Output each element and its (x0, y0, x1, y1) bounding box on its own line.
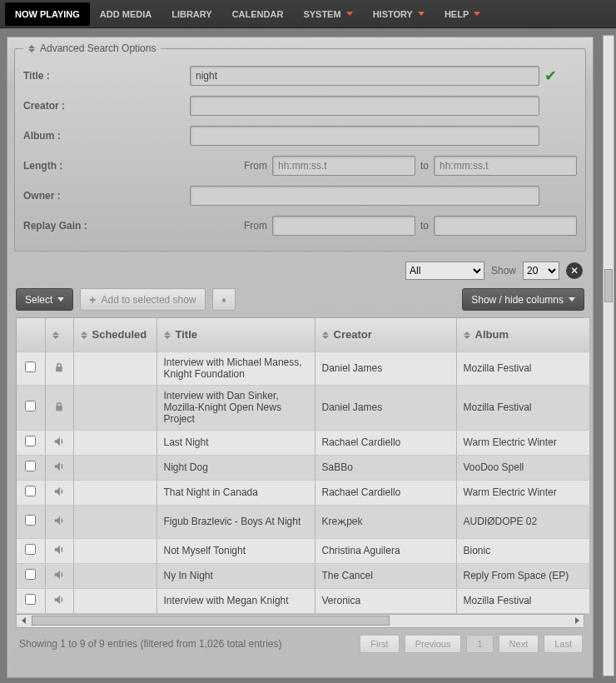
table-row[interactable]: That Night in CanadaRachael CardielloWar… (17, 480, 589, 505)
delete-button[interactable] (212, 288, 236, 311)
plus-icon: + (89, 293, 96, 307)
vertical-scrollbar[interactable] (603, 35, 614, 676)
sound-icon (52, 571, 66, 583)
creator-input[interactable] (190, 96, 539, 116)
owner-label: Owner : (23, 190, 190, 202)
owner-input[interactable] (190, 186, 539, 206)
nav-library[interactable]: LIBRARY (161, 2, 221, 26)
add-to-show-button[interactable]: +Add to selected show (80, 288, 205, 311)
check-icon: ✔ (544, 67, 557, 85)
show-count-select[interactable]: 20 (523, 262, 559, 280)
table-row[interactable]: Interview with Dan Sinker, Mozilla-Knigh… (17, 385, 589, 430)
row-checkbox[interactable] (25, 569, 36, 580)
replay-from-input[interactable] (272, 216, 415, 236)
length-to-label: to (415, 160, 434, 172)
page-first-button[interactable]: First (360, 635, 399, 653)
chevron-down-icon (57, 297, 64, 302)
table-row[interactable]: Not Myself TonightChristina AguileraBion… (17, 538, 589, 563)
cell-scheduled (73, 455, 156, 480)
cell-scheduled (73, 351, 156, 385)
cell-album: Mozilla Festival (456, 588, 589, 613)
table-footer: Showing 1 to 9 of 9 entries (filtered fr… (7, 628, 593, 656)
title-input[interactable] (190, 66, 539, 86)
row-checkbox[interactable] (25, 515, 36, 526)
nav-system[interactable]: SYSTEM (293, 2, 362, 26)
page-last-button[interactable]: Last (544, 635, 583, 653)
scroll-left-icon[interactable] (17, 615, 30, 626)
replay-gain-label: Replay Gain : (23, 220, 190, 232)
creator-label: Creator : (23, 100, 190, 112)
album-input[interactable] (190, 126, 539, 146)
cell-creator: Veronica (315, 588, 456, 613)
replay-to-input[interactable] (434, 216, 577, 236)
table-row[interactable]: Figub Brazlevic - Boys At NightKreҗpekAU… (17, 505, 589, 538)
cell-album: Mozilla Festival (456, 385, 589, 430)
page-prev-button[interactable]: Previous (405, 635, 462, 653)
chevron-down-icon (418, 12, 425, 16)
sound-icon (52, 488, 66, 500)
page-next-button[interactable]: Next (499, 635, 539, 653)
length-from-input[interactable] (272, 156, 415, 176)
scroll-right-icon[interactable] (570, 615, 584, 626)
cell-creator: The Cancel (315, 563, 456, 588)
row-checkbox[interactable] (25, 436, 36, 446)
col-creator[interactable]: Creator (315, 318, 456, 351)
scroll-thumb[interactable] (32, 616, 390, 626)
nav-add-media[interactable]: ADD MEDIA (90, 2, 161, 26)
advanced-search-legend[interactable]: Advanced Search Options (23, 42, 161, 54)
sound-icon (52, 596, 66, 608)
advanced-search-fieldset: Advanced Search Options Title : ✔ Creato… (14, 42, 586, 252)
album-label: Album : (23, 130, 190, 142)
cell-album: VooDoo Spell (456, 455, 589, 480)
cell-album: Reply From Space (EP) (456, 563, 589, 588)
main-area: Advanced Search Options Title : ✔ Creato… (0, 28, 616, 683)
filter-select[interactable]: All (405, 262, 484, 280)
col-checkbox (17, 318, 45, 351)
row-checkbox[interactable] (25, 544, 36, 555)
table-row[interactable]: Interview with Michael Maness, Knight Fo… (17, 351, 589, 385)
row-checkbox[interactable] (25, 401, 36, 411)
col-scheduled[interactable]: Scheduled (73, 318, 156, 351)
chevron-down-icon (569, 297, 575, 302)
table-row[interactable]: Ny In NightThe CancelReply From Space (E… (17, 563, 589, 588)
col-title[interactable]: Title (156, 318, 315, 351)
col-icon[interactable] (45, 318, 73, 351)
sound-icon (52, 463, 66, 475)
cell-title: Ny In Night (156, 563, 315, 588)
row-checkbox[interactable] (25, 594, 36, 605)
replay-from-label: From (239, 220, 272, 232)
nav-now-playing[interactable]: NOW PLAYING (5, 2, 90, 26)
row-checkbox[interactable] (25, 486, 36, 496)
chevron-down-icon (346, 12, 353, 16)
cell-album: Warm Electric Winter (456, 480, 589, 505)
row-checkbox[interactable] (25, 361, 36, 372)
cell-creator: Christina Aguilera (315, 538, 456, 563)
show-label: Show (491, 265, 516, 277)
clear-button[interactable]: ✕ (566, 262, 583, 279)
nav-help[interactable]: HELP (435, 2, 490, 26)
table-row[interactable]: Night DogSaBBoVooDoo Spell (17, 455, 589, 480)
show-hide-columns-button[interactable]: Show / hide columns (462, 288, 584, 311)
lock-icon (54, 403, 64, 415)
cell-scheduled (73, 480, 156, 505)
horizontal-scrollbar[interactable] (16, 615, 584, 628)
cell-scheduled (73, 563, 156, 588)
select-button[interactable]: Select (16, 288, 73, 311)
cell-creator: Daniel James (315, 351, 456, 385)
scroll-thumb[interactable] (604, 269, 613, 302)
length-to-input[interactable] (434, 156, 577, 176)
row-checkbox[interactable] (25, 461, 36, 471)
cell-scheduled (73, 385, 156, 430)
nav-calendar[interactable]: CALENDAR (222, 2, 294, 26)
table-row[interactable]: Last NightRachael CardielloWarm Electric… (17, 430, 589, 455)
chevron-down-icon (474, 12, 480, 16)
page-number-button[interactable]: 1 (466, 635, 493, 653)
nav-history[interactable]: HISTORY (363, 2, 435, 26)
cell-scheduled (73, 505, 156, 538)
col-album[interactable]: Album (456, 318, 589, 351)
entries-info: Showing 1 to 9 of 9 entries (filtered fr… (19, 638, 355, 650)
cell-album: Bionic (456, 538, 589, 563)
lock-icon (54, 364, 64, 376)
table-row[interactable]: Interview with Megan KnightVeronicaMozil… (17, 588, 589, 613)
trash-icon (221, 294, 226, 306)
